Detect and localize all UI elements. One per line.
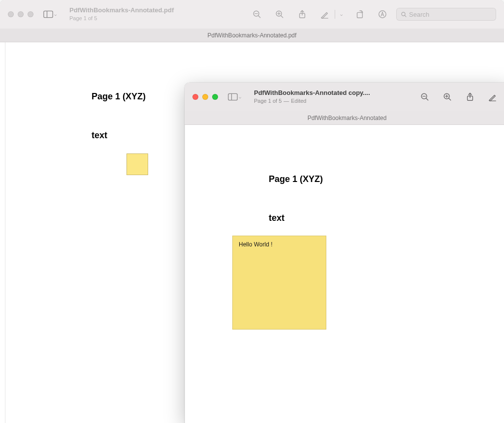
svg-line-16 (405, 15, 406, 17)
status-separator: — (284, 97, 289, 104)
edited-status: Edited (291, 97, 306, 104)
document-title: PdfWithBookmarks-Annotated.pdf (69, 6, 174, 15)
title-block: PdfWithBookmarks-Annotated copy.... Page… (254, 89, 370, 104)
toolbar: ⌵ PdfWithBookmarks-Annotated copy.... Pa… (185, 83, 504, 111)
toolbar-tools (416, 90, 502, 104)
svg-rect-0 (44, 11, 53, 17)
highlight-button[interactable] (484, 90, 502, 104)
share-button[interactable] (461, 90, 479, 104)
sticky-note-annotation[interactable]: Hello World ! (232, 236, 326, 330)
rotate-icon (355, 10, 364, 19)
close-window-button[interactable] (192, 94, 198, 100)
search-field[interactable] (396, 8, 496, 21)
svg-rect-12 (357, 12, 363, 18)
chevron-down-icon: ⌵ (340, 12, 343, 17)
svg-rect-17 (228, 93, 237, 100)
pdf-heading: Page 1 (XYZ) (269, 174, 504, 184)
rotate-button[interactable] (351, 7, 369, 21)
search-icon (401, 11, 407, 18)
search-input[interactable] (409, 11, 492, 18)
sidebar-icon (228, 93, 238, 101)
svg-point-15 (402, 12, 405, 15)
tab-label[interactable]: PdfWithBookmarks-Annotated (308, 115, 387, 121)
markup-pen-icon (378, 10, 387, 19)
svg-line-23 (449, 98, 451, 100)
zoom-out-icon (252, 10, 261, 19)
page-indicator: Page 1 of 5 (69, 15, 174, 22)
close-window-button[interactable] (8, 11, 14, 17)
svg-line-6 (281, 16, 283, 18)
share-icon (466, 92, 474, 101)
sticky-note-annotation[interactable] (126, 153, 148, 175)
zoom-window-button[interactable] (28, 11, 33, 17)
pencil-icon (320, 10, 329, 19)
minimize-window-button[interactable] (18, 11, 24, 17)
minimize-window-button[interactable] (202, 94, 208, 100)
title-block: PdfWithBookmarks-Annotated.pdf Page 1 of… (69, 6, 174, 22)
chevron-down-icon: ⌵ (239, 94, 241, 99)
zoom-in-icon (275, 10, 284, 19)
zoom-out-icon (420, 92, 429, 101)
tab-bar: PdfWithBookmarks-Annotated.pdf (0, 29, 504, 42)
sidebar-toggle-button[interactable]: ⌵ (43, 10, 57, 18)
zoom-out-button[interactable] (248, 7, 266, 21)
foreground-preview-window: ⌵ PdfWithBookmarks-Annotated copy.... Pa… (185, 83, 504, 423)
share-button[interactable] (293, 7, 311, 21)
svg-line-20 (426, 98, 428, 100)
chevron-down-icon: ⌵ (54, 12, 57, 17)
page-indicator: Page 1 of 5 (254, 97, 282, 104)
zoom-in-button[interactable] (271, 7, 288, 21)
zoom-in-button[interactable] (439, 90, 456, 104)
traffic-lights (8, 11, 33, 17)
tab-bar: PdfWithBookmarks-Annotated (185, 111, 504, 125)
pdf-page: Page 1 (XYZ) text Hello World ! (185, 125, 504, 423)
toolbar: ⌵ PdfWithBookmarks-Annotated.pdf Page 1 … (0, 0, 504, 29)
pencil-icon (488, 92, 497, 101)
toolbar-tools: ⌵ (248, 7, 496, 21)
zoom-in-icon (443, 92, 452, 101)
share-icon (298, 10, 307, 19)
zoom-window-button[interactable] (212, 94, 218, 100)
svg-line-3 (258, 16, 260, 18)
document-title: PdfWithBookmarks-Annotated copy.... (254, 89, 370, 97)
sidebar-toggle-button[interactable]: ⌵ (228, 93, 241, 101)
sidebar-icon (43, 10, 53, 18)
tab-label[interactable]: PdfWithBookmarks-Annotated.pdf (208, 32, 297, 39)
highlight-button[interactable] (316, 7, 334, 21)
highlight-menu-button[interactable]: ⌵ (336, 7, 346, 21)
markup-button-group: ⌵ (316, 7, 346, 21)
traffic-lights (192, 94, 218, 100)
zoom-out-button[interactable] (416, 90, 434, 104)
markup-toolbar-button[interactable] (374, 7, 391, 21)
pdf-body-text: text (269, 213, 504, 223)
sticky-note-text: Hello World ! (239, 241, 272, 248)
